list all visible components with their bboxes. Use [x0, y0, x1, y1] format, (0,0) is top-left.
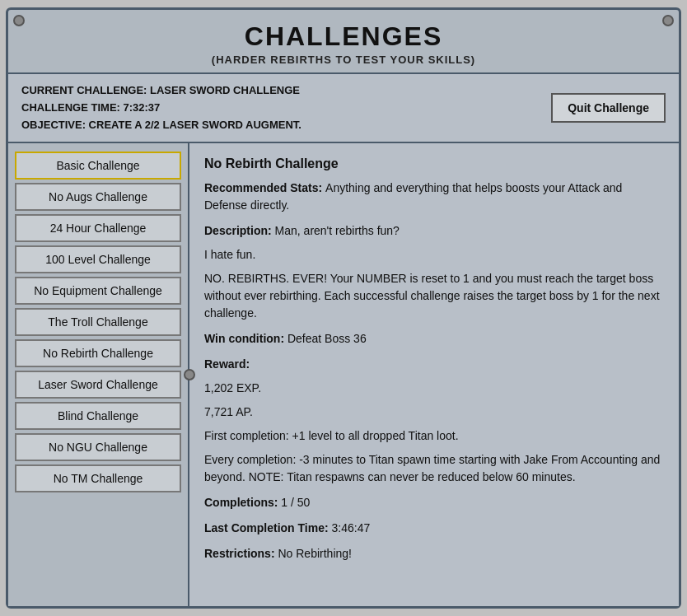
main-container: CHALLENGES (HARDER REBIRTHS TO TEST YOUR…: [6, 7, 681, 609]
description-section: Description: Man, aren't rebirths fun? I…: [204, 222, 664, 322]
last-completion-text: Last Completion Time: 3:46:47: [204, 520, 664, 537]
reward-header: Reward:: [204, 356, 664, 373]
sidebar-item-no-augs-challenge[interactable]: No Augs Challenge: [15, 183, 181, 211]
detail-title: No Rebirth Challenge: [204, 156, 664, 171]
sidebar-item-laser-sword-challenge[interactable]: Laser Sword Challenge: [15, 371, 181, 399]
recommended-section: Recommended Stats: Anything and everythi…: [204, 180, 664, 214]
description-body: NO. REBIRTHS. EVER! Your NUMBER is reset…: [204, 270, 664, 322]
sidebar-divider-bolt: [184, 369, 195, 380]
win-section: Win condition: Defeat Boss 36: [204, 330, 664, 348]
restrictions-section: Restrictions: No Rebirthing!: [204, 545, 664, 562]
reward-line4: Every completion: -3 minutes to Titan sp…: [204, 451, 664, 486]
sidebar-item-no-tm-challenge[interactable]: No TM Challenge: [15, 464, 181, 492]
quit-challenge-button[interactable]: Quit Challenge: [551, 93, 666, 123]
sidebar-item-no-equipment-challenge[interactable]: No Equipment Challenge: [15, 277, 181, 305]
current-challenge-objective: OBJECTIVE: CREATE A 2/2 LASER SWORD AUGM…: [21, 117, 301, 134]
reward-label: Reward:: [204, 357, 250, 371]
bolt-tl: [13, 15, 25, 26]
current-challenge-info: CURRENT CHALLENGE: LASER SWORD CHALLENGE…: [21, 82, 301, 133]
challenge-list: Basic Challenge No Augs Challenge 24 Hou…: [8, 143, 189, 606]
completions-text: Completions: 1 / 50: [204, 494, 664, 511]
header: CHALLENGES (HARDER REBIRTHS TO TEST YOUR…: [8, 10, 679, 74]
sidebar-item-blind-challenge[interactable]: Blind Challenge: [15, 402, 181, 430]
description-text: Description: Man, aren't rebirths fun?: [204, 222, 664, 240]
sidebar-item-24-hour-challenge[interactable]: 24 Hour Challenge: [15, 214, 181, 242]
current-challenge-time: CHALLENGE TIME: 7:32:37: [21, 100, 301, 117]
last-completion-section: Last Completion Time: 3:46:47: [204, 520, 664, 537]
page-subtitle: (HARDER REBIRTHS TO TEST YOUR SKILLS): [16, 54, 671, 66]
reward-section: Reward: 1,202 EXP. 7,721 AP. First compl…: [204, 356, 664, 486]
recommended-text: Recommended Stats: Anything and everythi…: [204, 180, 664, 214]
reward-line1: 1,202 EXP.: [204, 380, 664, 397]
reward-line2: 7,721 AP.: [204, 404, 664, 421]
restrictions-text: Restrictions: No Rebirthing!: [204, 545, 664, 562]
bolt-tr: [662, 15, 674, 26]
body: Basic Challenge No Augs Challenge 24 Hou…: [8, 143, 679, 606]
sidebar-item-basic-challenge[interactable]: Basic Challenge: [15, 152, 181, 180]
challenge-detail: No Rebirth Challenge Recommended Stats: …: [189, 143, 679, 606]
page-title: CHALLENGES: [16, 21, 671, 52]
sidebar-item-100-level-challenge[interactable]: 100 Level Challenge: [15, 245, 181, 273]
sidebar-item-no-rebirth-challenge[interactable]: No Rebirth Challenge: [15, 339, 181, 367]
sidebar-item-troll-challenge[interactable]: The Troll Challenge: [15, 308, 181, 336]
sidebar-item-no-ngu-challenge[interactable]: No NGU Challenge: [15, 433, 181, 461]
completions-section: Completions: 1 / 50: [204, 494, 664, 511]
current-challenge-bar: CURRENT CHALLENGE: LASER SWORD CHALLENGE…: [8, 74, 679, 143]
description-extra: I hate fun.: [204, 246, 664, 264]
win-text: Win condition: Defeat Boss 36: [204, 330, 664, 348]
current-challenge-name: CURRENT CHALLENGE: LASER SWORD CHALLENGE: [21, 82, 301, 100]
reward-line3: First completion: +1 level to all droppe…: [204, 427, 664, 445]
